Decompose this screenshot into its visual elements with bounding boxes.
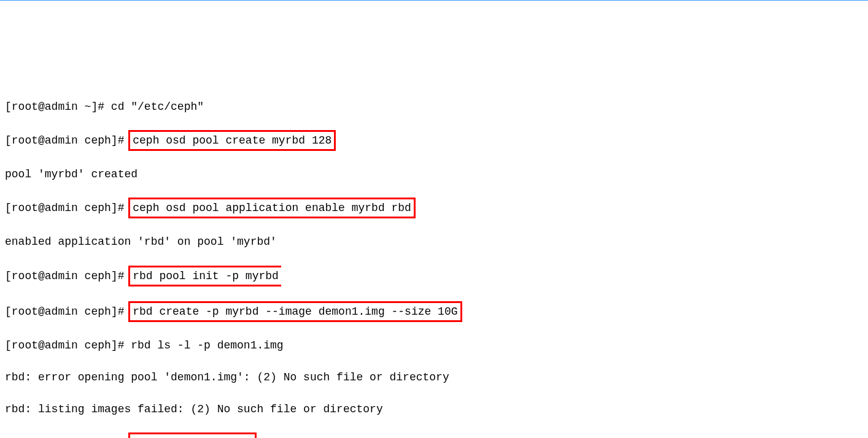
highlighted-command: ceph osd pool create myrbd 128 [128,130,336,151]
highlighted-command: rbd ls -l -p myrbd [128,432,256,438]
prompt: [root@admin ceph]# [5,339,131,352]
highlighted-command: rbd create -p myrbd --image demon1.img -… [128,301,462,322]
terminal-output: enabled application 'rbd' on pool 'myrbd… [5,234,863,250]
terminal-line[interactable]: [root@admin ~]# cd "/etc/ceph" [5,99,863,115]
highlighted-command: rbd pool init -p myrbd [128,266,281,286]
prompt: [root@admin ceph]# [5,202,131,214]
top-border [0,0,868,1]
terminal-output: rbd: listing images failed: (2) No such … [5,401,863,417]
prompt: [root@admin ceph]# [5,305,131,318]
terminal-line[interactable]: [root@admin ceph]# ceph osd pool create … [5,131,863,150]
terminal-output: pool 'myrbd' created [5,166,863,182]
command-text: cd "/etc/ceph" [111,101,204,113]
command-text: rbd ls -l -p demon1.img [131,339,283,352]
prompt: [root@admin ~]# [5,101,111,113]
highlighted-command: ceph osd pool application enable myrbd r… [128,198,416,218]
terminal-line[interactable]: [root@admin ceph]# rbd ls -l -p myrbd [5,433,863,438]
terminal-line[interactable]: [root@admin ceph]# rbd pool init -p myrb… [5,266,863,286]
terminal-output: rbd: error opening pool 'demon1.img': (2… [5,369,863,385]
prompt: [root@admin ceph]# [5,270,131,282]
terminal-line[interactable]: [root@admin ceph]# rbd ls -l -p demon1.i… [5,337,863,353]
terminal-line[interactable]: [root@admin ceph]# ceph osd pool applica… [5,198,863,218]
terminal-line[interactable]: [root@admin ceph]# rbd create -p myrbd -… [5,302,863,321]
prompt: [root@admin ceph]# [5,134,131,147]
